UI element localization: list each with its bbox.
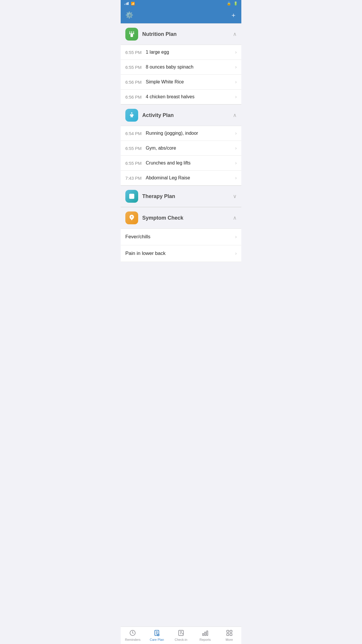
list-item-chevron-icon: ›	[235, 50, 237, 55]
list-item-chevron-icon: ›	[235, 175, 237, 181]
svg-rect-8	[130, 196, 133, 197]
list-item-time: 7:43 PM	[125, 176, 146, 181]
list-item-label: Crunches and leg lifts	[146, 160, 235, 166]
list-item[interactable]: 6:56 PM4 chicken breast halves›	[121, 90, 241, 104]
svg-rect-4	[131, 34, 133, 37]
status-left: 📶	[124, 2, 135, 6]
list-item[interactable]: 6:55 PMGym, abs/core›	[121, 141, 241, 156]
symptom-title: Symptom Check	[142, 215, 233, 221]
list-item[interactable]: 6:54 PMRunning (jogging), indoor›	[121, 126, 241, 141]
battery-icon: 🔋	[233, 1, 238, 6]
therapy-icon	[125, 190, 138, 203]
list-item-time: 6:56 PM	[125, 94, 146, 99]
activity-title: Activity Plan	[142, 112, 233, 118]
simple-item-label: Fever/chills	[125, 234, 235, 240]
section-header-nutrition[interactable]: Nutrition Plan∧	[121, 23, 241, 45]
simple-item[interactable]: Fever/chills›	[121, 229, 241, 245]
activity-icon	[125, 109, 138, 122]
list-item-time: 6:54 PM	[125, 131, 146, 136]
list-item-chevron-icon: ›	[235, 79, 237, 85]
svg-point-5	[131, 112, 132, 113]
list-item-chevron-icon: ›	[235, 64, 237, 70]
list-item-chevron-icon: ›	[235, 94, 237, 99]
lock-icon: 🔒	[227, 1, 231, 6]
activity-chevron: ∧	[233, 112, 237, 118]
svg-rect-3	[129, 34, 134, 34]
list-item-chevron-icon: ›	[235, 131, 237, 136]
simple-item-label: Pain in lower back	[125, 251, 235, 256]
section-header-symptom[interactable]: Symptom Check∧	[121, 207, 241, 229]
svg-rect-2	[133, 31, 134, 34]
list-item[interactable]: 7:43 PMAbdominal Leg Raise›	[121, 171, 241, 186]
status-right: 🔒 🔋	[227, 1, 238, 6]
svg-rect-0	[129, 31, 130, 34]
simple-item[interactable]: Pain in lower back›	[121, 245, 241, 262]
simple-item-chevron-icon: ›	[235, 251, 237, 256]
list-item[interactable]: 6:56 PMSimple White Rice›	[121, 75, 241, 90]
list-item-label: Running (jogging), indoor	[146, 131, 235, 136]
list-item[interactable]: 6:55 PM1 large egg›	[121, 45, 241, 60]
simple-item-chevron-icon: ›	[235, 234, 237, 239]
nutrition-title: Nutrition Plan	[142, 31, 233, 37]
list-item-label: Abdominal Leg Raise	[146, 175, 235, 181]
list-item-label: 1 large egg	[146, 50, 235, 55]
app-header: ⚙️ ＋	[121, 7, 241, 23]
list-item-time: 6:55 PM	[125, 146, 146, 151]
list-item[interactable]: 6:55 PMCrunches and leg lifts›	[121, 156, 241, 171]
svg-rect-1	[131, 31, 132, 34]
list-item-time: 6:55 PM	[125, 50, 146, 55]
symptom-chevron: ∧	[233, 215, 237, 221]
status-bar: 📶 🔒 🔋	[121, 0, 241, 7]
list-item-label: 4 chicken breast halves	[146, 94, 235, 99]
signal-icon	[124, 2, 129, 5]
list-item-chevron-icon: ›	[235, 146, 237, 151]
wifi-icon: 📶	[131, 2, 135, 6]
list-item-label: 8 ounces baby spinach	[146, 64, 235, 70]
nutrition-icon	[125, 28, 138, 41]
list-item-time: 6:55 PM	[125, 161, 146, 166]
list-item[interactable]: 6:55 PM8 ounces baby spinach›	[121, 60, 241, 75]
list-item-time: 6:56 PM	[125, 80, 146, 85]
symptom-icon	[125, 211, 138, 224]
therapy-title: Therapy Plan	[142, 193, 233, 200]
section-header-therapy[interactable]: Therapy Plan∨	[121, 186, 241, 207]
list-item-label: Gym, abs/core	[146, 146, 235, 151]
settings-button[interactable]: ⚙️	[125, 11, 133, 19]
main-content: Nutrition Plan∧6:55 PM1 large egg›6:55 P…	[121, 23, 241, 626]
list-item-time: 6:55 PM	[125, 65, 146, 70]
nutrition-chevron: ∧	[233, 31, 237, 37]
list-item-label: Simple White Rice	[146, 79, 235, 85]
list-item-chevron-icon: ›	[235, 160, 237, 166]
add-button[interactable]: ＋	[230, 11, 237, 20]
therapy-chevron: ∨	[233, 193, 237, 200]
section-header-activity[interactable]: Activity Plan∧	[121, 104, 241, 126]
